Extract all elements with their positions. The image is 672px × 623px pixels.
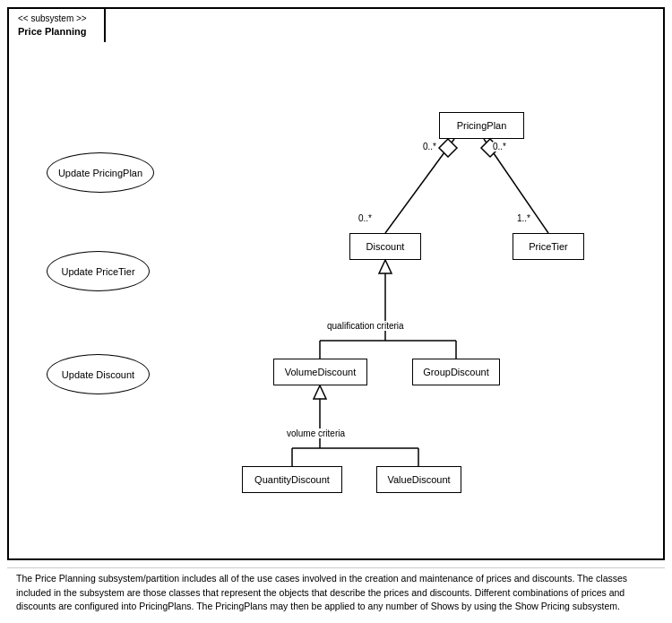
label-qualification-criteria: qualification criteria [327, 321, 404, 331]
class-volumediscount: VolumeDiscount [273, 359, 367, 385]
multiplicity-0star-right: 0..* [493, 142, 506, 151]
subsystem-name: Price Planning [18, 25, 95, 39]
svg-marker-2 [439, 139, 457, 157]
svg-line-0 [385, 139, 454, 233]
multiplicity-0star-discount: 0..* [358, 213, 372, 223]
class-quantitydiscount: QuantityDiscount [242, 466, 342, 493]
description-area: The Price Planning subsystem/partition i… [7, 567, 665, 619]
class-groupdiscount: GroupDiscount [412, 359, 500, 385]
class-discount: Discount [349, 233, 421, 260]
multiplicity-1star-pricetier: 1..* [517, 213, 530, 223]
use-case-update-pricetier[interactable]: Update PriceTier [47, 251, 150, 291]
svg-marker-8 [379, 260, 392, 273]
class-valuediscount: ValueDiscount [376, 466, 461, 493]
use-case-update-discount[interactable]: Update Discount [47, 354, 150, 394]
use-case-update-pricingplan[interactable]: Update PricingPlan [47, 152, 154, 193]
subsystem-tab: << subsystem >> Price Planning [7, 7, 106, 42]
svg-marker-13 [314, 385, 326, 399]
svg-line-1 [484, 139, 548, 233]
multiplicity-0star-left: 0..* [423, 142, 436, 151]
label-volume-criteria: volume criteria [287, 428, 345, 438]
main-container: << subsystem >> Price Planning [0, 0, 672, 623]
subsystem-stereotype: << subsystem >> [18, 13, 95, 25]
description-text: The Price Planning subsystem/partition i… [16, 573, 627, 612]
diagram-area: << subsystem >> Price Planning [7, 7, 665, 560]
class-pricetier: PriceTier [513, 233, 584, 260]
class-pricingplan: PricingPlan [439, 112, 524, 139]
